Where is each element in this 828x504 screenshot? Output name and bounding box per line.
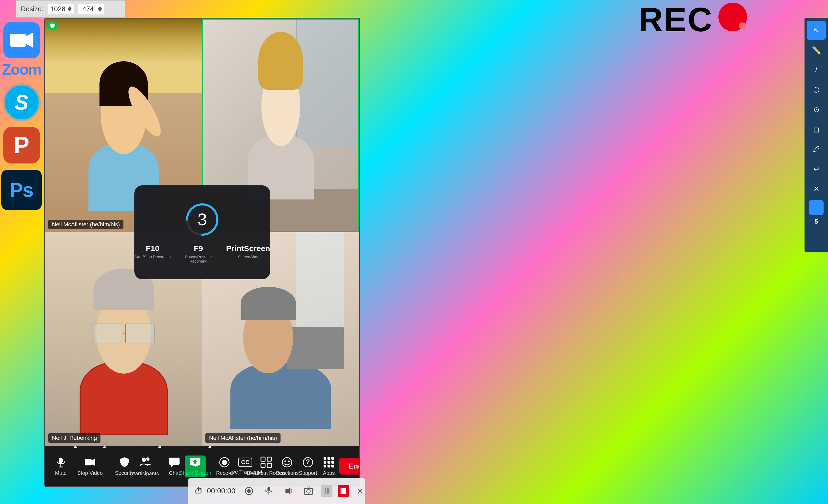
tool-count: 5 [815,218,818,225]
rec-camera-btn[interactable] [242,484,256,498]
skype-app-icon[interactable]: S [3,84,40,121]
width-up-arrow[interactable] [68,6,72,9]
svg-rect-31 [331,457,334,460]
share-screen-button[interactable]: Share Screen [185,456,206,477]
rec-small-dot [739,22,746,29]
lasso-tool-btn[interactable]: ⊙ [807,100,826,119]
hair-2 [258,32,303,90]
stop-video-button[interactable]: Stop Video [80,454,100,478]
color-swatch[interactable] [809,200,824,215]
timer-value: 00:00:00 [207,487,235,495]
svg-rect-7 [85,459,92,465]
svg-text:?: ? [306,458,310,465]
chat-icon [169,457,180,468]
shortcut-printscreen: PrintScreen ScreenShot [226,244,270,259]
zoom-window: Neil McAllister (he/him/his) [44,18,360,487]
shortcut-f9-key: F9 [194,244,203,253]
apps-button[interactable]: Apps [318,454,339,478]
security-shield-icon [119,457,130,468]
shortcut-f10: F10 Start/Stop Recording [134,244,171,259]
rec-snapshot-btn[interactable] [301,484,316,498]
support-icon: ? [302,457,314,468]
rec-camera-icon [244,486,254,496]
rec-microphone-btn[interactable] [261,484,276,498]
shortcut-f9: F9 Pause/Resume Recording [180,244,217,263]
resize-bar[interactable]: Resize: 1028 474 [16,0,125,18]
pen-tool-btn[interactable]: ✏️ [807,41,826,59]
svg-rect-37 [331,465,334,467]
timer-clock-icon: ⏱ [195,486,203,496]
stop-video-label: Stop Video [77,470,103,476]
rec-close-btn[interactable]: ✕ [357,487,364,496]
svg-point-25 [284,460,286,462]
svg-rect-30 [328,457,330,460]
rec-pause-btn[interactable] [321,485,332,497]
cursor-tool-btn[interactable]: ↖ [807,21,826,40]
name-label-1: Neil McAllister (he/him/his) [48,220,123,229]
height-down-arrow[interactable] [98,9,102,11]
svg-rect-29 [324,457,326,460]
support-button[interactable]: ? Support [297,454,318,478]
close-tool-btn[interactable]: ✕ [807,179,826,198]
eraser-tool-btn[interactable]: ◻ [807,120,826,139]
glasses-3 [93,324,155,343]
participants-count: 4 [146,456,149,461]
rec-speaker-btn[interactable] [281,484,296,498]
person-4-silhouette [218,279,344,429]
person-2-silhouette [242,47,320,199]
reactions-button[interactable]: Reactions [277,454,297,478]
share-screen-icon [190,457,201,468]
resize-height-arrows[interactable] [98,6,102,11]
svg-point-9 [142,458,146,462]
svg-rect-11 [169,458,179,465]
name-label-4: Neil McAllister (he/him/his) [205,433,281,443]
svg-rect-22 [261,463,265,467]
resize-width-arrows[interactable] [68,6,72,11]
cc-icon: CC [238,458,252,467]
svg-rect-45 [325,488,326,494]
countdown-overlay: 3 F10 Start/Stop Recording F9 Pause/Resu… [134,185,270,279]
rec-stop-btn[interactable] [338,485,349,497]
svg-rect-34 [331,461,334,464]
svg-marker-12 [171,465,174,467]
shortcut-ps-key: PrintScreen [226,244,270,253]
highlighter-tool-btn[interactable]: 🖊 [807,140,826,158]
svg-rect-43 [304,488,313,495]
shapes-tool-btn[interactable]: ⬡ [807,80,826,99]
svg-rect-0 [10,34,26,47]
svg-point-39 [247,489,251,493]
svg-marker-1 [26,32,33,48]
svg-point-44 [306,490,310,493]
resize-height-input[interactable]: 474 [78,4,104,14]
mute-button[interactable]: Mute [50,454,71,478]
svg-rect-21 [267,457,272,461]
participants-button[interactable]: 4 Participants [135,454,156,479]
end-button[interactable]: End [339,458,360,474]
resize-width-value: 1028 [50,5,66,13]
zoom-app-icon[interactable] [3,22,40,58]
participants-label: Participants [131,471,159,476]
rec-text: REC [638,3,713,37]
height-up-arrow[interactable] [98,6,102,9]
zoom-label: Zoom [2,60,41,78]
breakout-rooms-button[interactable]: Breakout Rooms [256,454,277,478]
left-sidebar: Zoom S P Ps [0,18,43,471]
video-camera-icon [84,457,96,468]
svg-rect-23 [267,463,272,467]
resize-label: Resize: [21,5,44,13]
photoshop-app-icon[interactable]: Ps [1,170,42,210]
width-down-arrow[interactable] [68,9,72,11]
svg-rect-36 [328,465,330,467]
undo-tool-btn[interactable]: ↩ [807,159,826,178]
rec-microphone-icon [264,486,274,496]
svg-point-26 [288,460,290,462]
shirt-4 [231,363,331,429]
line-tool-btn[interactable]: / [807,60,826,79]
video-grid: Neil McAllister (he/him/his) [45,18,359,446]
right-toolbar: ↖ ✏️ / ⬡ ⊙ ◻ 🖊 ↩ ✕ 5 [804,18,828,253]
shortcut-ps-label: ScreenShot [238,255,258,259]
laptop-4 [287,327,344,369]
participants-icon-wrapper: 4 [139,456,151,468]
powerpoint-app-icon[interactable]: P [3,127,40,164]
resize-width-input[interactable]: 1028 [48,4,74,14]
